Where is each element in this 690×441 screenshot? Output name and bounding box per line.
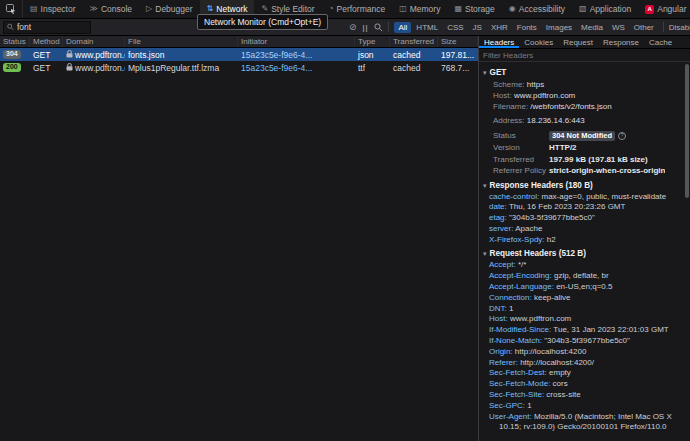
tab-performance[interactable]: ◔Performance xyxy=(322,0,393,18)
devtools-window: ▤Inspector≫Console▷Debugger⇅Network✎Styl… xyxy=(0,0,690,441)
response-headers-section[interactable]: ▾ Response Headers (180 B) xyxy=(483,180,680,191)
transferred-cell: cached xyxy=(390,50,438,60)
debugger-icon: ▷ xyxy=(146,5,152,13)
tab-console[interactable]: ≫Console xyxy=(83,0,140,18)
toolbar-divider xyxy=(663,22,664,32)
filter-other[interactable]: Other xyxy=(630,22,658,33)
header-value: Tue, 31 Jan 2023 22:01:03 GMT xyxy=(553,325,668,334)
url-filter-input[interactable] xyxy=(17,22,87,32)
tab-memory[interactable]: ◫Memory xyxy=(392,0,447,18)
angular-icon: A xyxy=(645,5,654,14)
header-value: 1 xyxy=(527,401,531,410)
details-tab-request[interactable]: Request xyxy=(558,36,598,48)
request-summary-section[interactable]: ▾ GET xyxy=(483,67,680,78)
headers-filter-box[interactable] xyxy=(479,49,690,62)
header-value: cors xyxy=(553,379,568,388)
tab-angular[interactable]: AAngular xyxy=(638,0,690,18)
header-name: Sec-Fetch-Site xyxy=(489,390,546,399)
request-row[interactable]: 200GETwww.pdftron.c...Mplus1pRegular.ttf… xyxy=(0,61,478,74)
tab-accessibility[interactable]: ◉Accessibility xyxy=(502,0,572,18)
requests-list: StatusMethodDomainFileInitiatorTypeTrans… xyxy=(0,36,478,441)
request-row[interactable]: 304GETwww.pdftron.c...fonts.json15a23c5e… xyxy=(0,48,478,61)
pause-icon[interactable]: || xyxy=(363,24,369,31)
column-header-status[interactable]: Status xyxy=(0,36,30,47)
header-name: Sec-Fetch-Mode xyxy=(489,379,553,388)
filter-all[interactable]: All xyxy=(394,22,411,33)
initiator-link[interactable]: 15a23c5e-f9e6-4... xyxy=(241,50,312,60)
header-row: X-Firefox-Spdyh2 xyxy=(483,235,680,246)
details-tab-response[interactable]: Response xyxy=(598,36,644,48)
details-tab-headers[interactable]: Headers xyxy=(479,36,519,48)
summary-value: /webfonts/v2/fonts.json xyxy=(530,102,611,111)
address-label: Address xyxy=(493,116,527,125)
header-name: server xyxy=(489,224,515,233)
help-icon[interactable]: ? xyxy=(618,132,626,140)
header-name: If-Modified-Since xyxy=(489,325,553,334)
filter-media[interactable]: Media xyxy=(577,22,607,33)
filter-js[interactable]: JS xyxy=(469,22,486,33)
details-scrollbar[interactable] xyxy=(685,64,689,198)
status-cell: 304 xyxy=(0,50,30,59)
tab-label: Angular xyxy=(657,4,686,14)
summary-value: https xyxy=(527,80,544,89)
tab-label: Accessibility xyxy=(519,4,565,14)
column-header-method[interactable]: Method xyxy=(30,36,63,47)
size-cell: 768.7... xyxy=(438,63,478,73)
disable-cache-checkbox[interactable]: Disable C... xyxy=(669,23,690,32)
referrer-policy-label: Referrer Policy xyxy=(493,165,549,177)
toolbar-divider xyxy=(388,22,389,32)
tab-label: Inspector xyxy=(41,4,76,14)
initiator-link[interactable]: 15a23c5e-f9e6-4... xyxy=(241,63,312,73)
tab-inspector[interactable]: ▤Inspector xyxy=(23,0,83,18)
referrer-policy-value: strict-origin-when-cross-origin xyxy=(549,165,665,177)
filter-xhr[interactable]: XHR xyxy=(487,22,512,33)
requests-empty-area xyxy=(0,74,478,441)
details-tab-cookies[interactable]: Cookies xyxy=(519,36,558,48)
filter-fonts[interactable]: Fonts xyxy=(513,22,541,33)
collapse-caret-icon: ▾ xyxy=(483,182,487,189)
request-headers-section[interactable]: ▾ Request Headers (512 B) xyxy=(483,248,680,259)
transferred-value: 197.99 kB (197.81 kB size) xyxy=(549,154,648,166)
header-name: date xyxy=(489,202,509,211)
tab-application[interactable]: ▧Application xyxy=(572,0,638,18)
summary-row: Hostwww.pdftron.com xyxy=(483,90,680,101)
header-value: keep-alive xyxy=(534,293,570,302)
header-value: gzip, deflate, br xyxy=(554,271,609,280)
header-row: cache-controlmax-age=0, public, must-rev… xyxy=(483,192,680,203)
summary-label: Host xyxy=(493,91,514,100)
header-name: If-None-Match xyxy=(489,336,544,345)
filter-ws[interactable]: WS xyxy=(608,22,629,33)
tab-storage[interactable]: ▦Storage xyxy=(447,0,501,18)
column-header-domain[interactable]: Domain xyxy=(63,36,125,47)
url-filter-box[interactable] xyxy=(3,21,91,34)
accessibility-icon: ◉ xyxy=(509,5,516,13)
header-value: max-age=0, public, must-revalidate xyxy=(541,192,666,201)
header-value: empty xyxy=(549,368,571,377)
requests-table-header: StatusMethodDomainFileInitiatorTypeTrans… xyxy=(0,36,478,48)
column-header-initiator[interactable]: Initiator xyxy=(238,36,355,47)
pick-element-icon[interactable] xyxy=(0,0,23,18)
header-row: DNT1 xyxy=(483,304,680,315)
search-icon[interactable] xyxy=(374,23,383,32)
column-header-transferred[interactable]: Transferred xyxy=(390,36,438,47)
header-name: Accept-Encoding xyxy=(489,271,554,280)
clear-icon[interactable]: ⊘ xyxy=(349,23,357,32)
search-icon xyxy=(7,23,14,31)
header-value: "304b3-5f39677bbe5c0" xyxy=(509,213,595,222)
performance-icon: ◔ xyxy=(329,5,334,13)
column-header-size[interactable]: Size xyxy=(438,36,478,47)
tab-debugger[interactable]: ▷Debugger xyxy=(139,0,200,18)
column-header-file[interactable]: File xyxy=(125,36,238,47)
summary-label: Scheme xyxy=(493,80,527,89)
application-icon: ▧ xyxy=(579,5,587,13)
header-row: Accept-Encodinggzip, deflate, br xyxy=(483,271,680,282)
filter-images[interactable]: Images xyxy=(542,22,576,33)
filter-css[interactable]: CSS xyxy=(443,22,467,33)
details-tab-cache[interactable]: Cache xyxy=(644,36,677,48)
headers-filter-input[interactable] xyxy=(483,51,686,60)
column-header-type[interactable]: Type xyxy=(355,36,390,47)
domain-text: www.pdftron.c... xyxy=(75,63,125,73)
header-name: Referer xyxy=(489,358,520,367)
tab-label: Console xyxy=(101,4,132,14)
filter-html[interactable]: HTML xyxy=(412,22,442,33)
